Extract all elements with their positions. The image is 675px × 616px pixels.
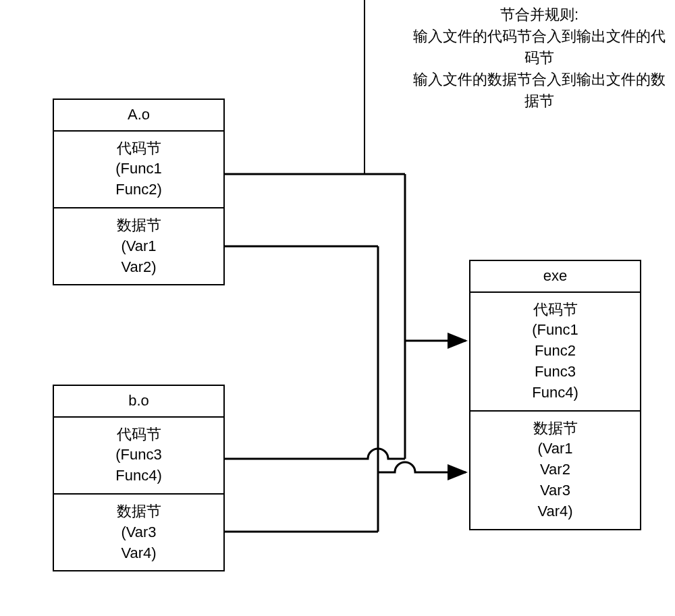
file-b-data-items: (Var3 Var4) [57, 522, 221, 564]
exe-file: exe 代码节 (Func1 Func2 Func3 Func4) 数据节 (V… [469, 260, 641, 530]
exe-data-items: (Var1 Var2 Var3 Var4) [473, 439, 637, 522]
object-file-b: b.o 代码节 (Func3 Func4) 数据节 (Var3 Var4) [53, 385, 225, 571]
object-file-a: A.o 代码节 (Func1 Func2) 数据节 (Var1 Var2) [53, 99, 225, 285]
file-a-data-items: (Var1 Var2) [57, 236, 221, 278]
file-a-data-section: 数据节 (Var1 Var2) [54, 207, 223, 284]
exe-data-label: 数据节 [473, 418, 637, 439]
merge-rules-line2: 输入文件的数据节合入到输出文件的数据节 [409, 69, 670, 112]
exe-code-items: (Func1 Func2 Func3 Func4) [473, 320, 637, 403]
merge-rules-annotation: 节合并规则: 输入文件的代码节合入到输出文件的代码节 输入文件的数据节合入到输出… [404, 0, 675, 115]
exe-code-label: 代码节 [473, 300, 637, 320]
file-a-title: A.o [54, 100, 223, 132]
file-a-code-items: (Func1 Func2) [57, 159, 221, 200]
file-b-data-section: 数据节 (Var3 Var4) [54, 493, 223, 570]
exe-code-section: 代码节 (Func1 Func2 Func3 Func4) [470, 293, 640, 410]
file-b-code-section: 代码节 (Func3 Func4) [54, 418, 223, 493]
merge-rules-title: 节合并规则: [409, 4, 670, 26]
file-b-title: b.o [54, 386, 223, 418]
file-a-data-label: 数据节 [57, 215, 221, 236]
exe-data-section: 数据节 (Var1 Var2 Var3 Var4) [470, 410, 640, 529]
file-a-code-label: 代码节 [57, 138, 221, 159]
merge-rules-line1: 输入文件的代码节合入到输出文件的代码节 [409, 26, 670, 69]
exe-title: exe [470, 261, 640, 293]
file-b-code-label: 代码节 [57, 424, 221, 445]
file-b-code-items: (Func3 Func4) [57, 445, 221, 486]
file-a-code-section: 代码节 (Func1 Func2) [54, 132, 223, 207]
file-b-data-label: 数据节 [57, 501, 221, 522]
